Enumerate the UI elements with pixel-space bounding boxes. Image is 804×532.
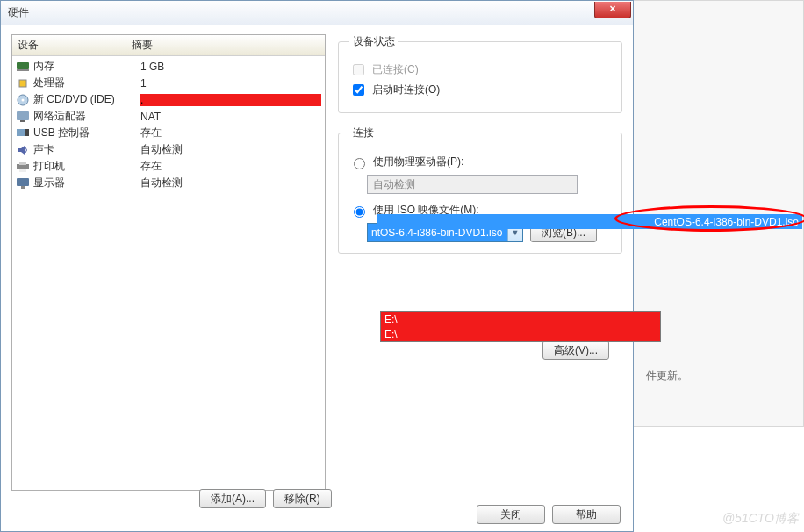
table-row[interactable]: 网络适配器NAT — [12, 108, 325, 125]
table-row[interactable]: 声卡自动检测 — [12, 141, 325, 158]
device-summary: 存在 — [140, 159, 321, 174]
device-summary: 存在 — [140, 126, 321, 140]
dropdown-option[interactable]: E:\ — [381, 312, 660, 327]
help-button[interactable]: 帮助 — [552, 505, 621, 524]
titlebar: 硬件 × — [1, 1, 633, 25]
svg-rect-10 — [19, 162, 26, 165]
connected-checkbox — [353, 64, 364, 75]
table-row[interactable]: 新 CD/DVD (IDE) — [12, 91, 325, 108]
svg-rect-6 — [20, 120, 25, 122]
use-physical-row[interactable]: 使用物理驱动器(P): — [349, 155, 611, 169]
svg-rect-13 — [21, 186, 25, 189]
use-iso-radio[interactable] — [354, 206, 365, 218]
close-icon: × — [609, 3, 615, 15]
svg-point-4 — [22, 98, 25, 101]
cpu-icon — [16, 76, 30, 90]
device-list: 设备 摘要 内存1 GB处理器1新 CD/DVD (IDE)网络适配器NATUS… — [11, 34, 326, 491]
add-button[interactable]: 添加(A)... — [199, 489, 266, 508]
device-summary: 自动检测 — [140, 142, 321, 157]
connected-label: 已连接(C) — [372, 62, 419, 77]
close-dialog-button[interactable]: 关闭 — [477, 505, 545, 524]
iso-dropdown-list[interactable]: E:\ E:\ — [380, 311, 661, 342]
device-name: 声卡 — [33, 142, 140, 157]
list-buttons: 添加(A)... 移除(R) — [199, 480, 344, 508]
svg-rect-2 — [19, 80, 26, 87]
nic-icon — [16, 110, 30, 124]
svg-rect-1 — [17, 69, 29, 71]
remove-button[interactable]: 移除(R) — [273, 489, 332, 508]
sound-icon — [16, 143, 30, 157]
table-row[interactable]: 内存1 GB — [12, 58, 325, 75]
connection-group: 连接 使用物理驱动器(P): 自动检测 使用 ISO 映像文件(M): ntOS… — [338, 126, 622, 254]
device-status-group: 设备状态 已连接(C) 启动时连接(O) — [338, 34, 622, 113]
device-summary: 自动检测 — [140, 176, 321, 191]
device-name: 打印机 — [33, 159, 140, 174]
device-name: 处理器 — [33, 75, 140, 90]
dialog-title: 硬件 — [8, 5, 29, 20]
connect-on-start-row[interactable]: 启动时连接(O) — [349, 82, 611, 98]
svg-rect-0 — [17, 62, 29, 69]
svg-rect-11 — [19, 169, 26, 172]
device-name: 网络适配器 — [33, 109, 140, 124]
connected-checkbox-row: 已连接(C) — [349, 61, 611, 78]
watermark: @51CTO博客 — [722, 511, 799, 527]
svg-rect-5 — [17, 111, 29, 120]
table-row[interactable]: 显示器自动检测 — [12, 175, 325, 191]
settings-panel: 设备状态 已连接(C) 启动时连接(O) 连接 使用物理驱动器(P): 自动检测 — [326, 34, 622, 491]
device-summary: NAT — [140, 111, 321, 123]
connect-on-start-label: 启动时连接(O) — [372, 83, 440, 97]
table-row[interactable]: 处理器1 — [12, 75, 325, 91]
printer-icon — [16, 160, 30, 174]
col-device[interactable]: 设备 — [12, 35, 126, 55]
device-name: USB 控制器 — [33, 126, 140, 140]
hardware-dialog: 硬件 × 设备 摘要 内存1 GB处理器1新 CD/DVD (IDE)网络适配器… — [0, 0, 634, 532]
connect-on-start-checkbox[interactable] — [353, 84, 364, 96]
bg-partial-text: 件更新。 — [646, 369, 688, 384]
close-button[interactable]: × — [594, 2, 631, 18]
table-row[interactable]: 打印机存在 — [12, 158, 325, 175]
device-name: 新 CD/DVD (IDE) — [33, 92, 140, 107]
device-summary: 1 — [140, 77, 321, 90]
dropdown-option[interactable]: E:\ — [381, 327, 660, 341]
device-name: 显示器 — [33, 176, 140, 191]
svg-rect-12 — [17, 178, 29, 186]
advanced-button[interactable]: 高级(V)... — [542, 341, 609, 360]
device-summary: 1 GB — [140, 61, 321, 73]
device-name: 内存 — [33, 59, 140, 74]
table-row[interactable]: USB 控制器存在 — [12, 125, 325, 141]
col-summary[interactable]: 摘要 — [126, 35, 325, 55]
dialog-footer: 关闭 帮助 — [477, 505, 621, 524]
use-physical-label: 使用物理驱动器(P): — [373, 155, 463, 169]
use-physical-radio[interactable] — [354, 158, 365, 169]
device-status-legend: 设备状态 — [349, 34, 398, 49]
physical-drive-select: 自动检测 — [367, 175, 578, 194]
annotation-ellipse — [614, 205, 804, 232]
table-header: 设备 摘要 — [12, 35, 325, 56]
device-summary — [140, 94, 321, 106]
disc-icon — [16, 93, 30, 107]
svg-rect-8 — [25, 129, 29, 136]
monitor-icon — [16, 176, 30, 191]
memory-icon — [16, 60, 30, 74]
usb-icon — [16, 126, 30, 140]
connection-legend: 连接 — [349, 126, 377, 140]
